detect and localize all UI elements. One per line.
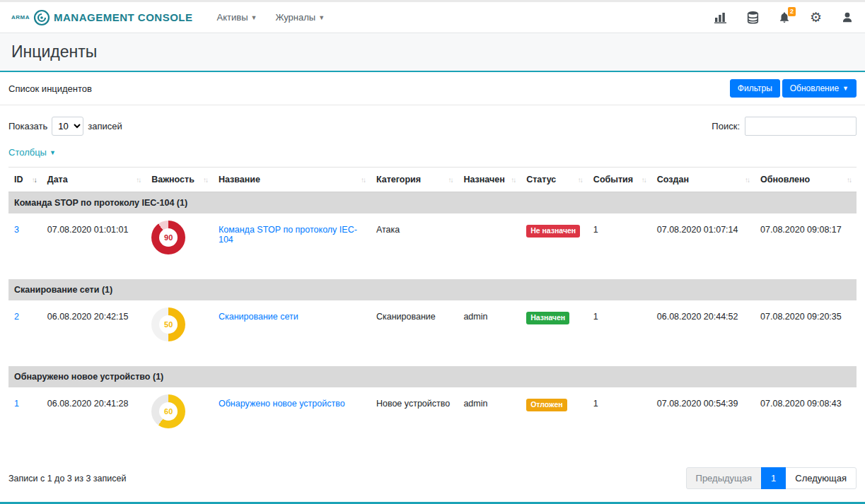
column-header-events[interactable]: События↑↓ (588, 168, 651, 192)
incident-row: 3 07.08.2020 01:01:01 90 Команда STOP по… (8, 213, 857, 279)
top-navbar: ARMA MANAGEMENT CONSOLE Активы ▼ Журналы… (0, 2, 865, 33)
incident-events-count: 1 (588, 300, 651, 366)
group-label: Команда STOP по протоколу IEC-104 (1) (8, 192, 857, 214)
menu-assets[interactable]: Активы ▼ (217, 12, 257, 23)
brand-title: MANAGEMENT CONSOLE (54, 11, 193, 23)
user-profile-icon[interactable] (841, 11, 854, 24)
column-header-category[interactable]: Категория↑↓ (371, 168, 458, 192)
column-header-severity[interactable]: Важность↑↓ (146, 168, 213, 192)
charts-icon[interactable] (714, 11, 728, 23)
settings-gear-icon[interactable]: ⚙ (810, 11, 822, 24)
menu-logs[interactable]: Журналы ▼ (275, 12, 325, 23)
filters-button[interactable]: Фильтры (730, 79, 780, 98)
incidents-table: ID↑↓ Дата↑↓ Важность↑↓ Название↑↓ Катего… (8, 167, 857, 453)
severity-donut: 60 (151, 394, 185, 428)
show-label: Показать (8, 121, 47, 131)
incident-id-link[interactable]: 1 (14, 399, 19, 409)
incident-assigned: admin (458, 387, 521, 453)
incident-name-link[interactable]: Обнаружено новое устройство (219, 399, 345, 409)
sort-icon: ↑↓ (361, 176, 365, 184)
sort-icon: ↑↓ (32, 176, 36, 184)
sort-icon: ↑↓ (847, 176, 851, 184)
incident-assigned: admin (458, 300, 521, 366)
incident-category: Новое устройство (371, 387, 458, 453)
incident-assigned (458, 213, 521, 279)
pagination: Предыдущая 1 Следующая (687, 467, 857, 489)
page-title: Инциденты (11, 42, 854, 61)
severity-value: 90 (164, 233, 173, 242)
sort-icon: ↑↓ (136, 176, 140, 184)
status-badge: Назначен (526, 312, 569, 324)
incident-created: 07.08.2020 00:54:39 (651, 387, 755, 453)
chevron-down-icon: ▼ (50, 149, 56, 156)
sort-icon: ↑↓ (511, 176, 515, 184)
column-header-updated[interactable]: Обновлено↑↓ (755, 168, 857, 192)
search-input[interactable] (745, 117, 857, 136)
column-header-date[interactable]: Дата↑↓ (42, 168, 146, 192)
pagination-page-1-button[interactable]: 1 (761, 467, 786, 489)
chevron-down-icon: ▼ (318, 14, 325, 21)
incident-category: Атака (371, 213, 458, 279)
incident-id-link[interactable]: 3 (14, 225, 19, 235)
page-header: Инциденты (0, 33, 865, 72)
incident-events-count: 1 (588, 213, 651, 279)
group-label: Обнаружено новое устройство (1) (8, 366, 857, 387)
incident-created: 06.08.2020 20:44:52 (651, 300, 755, 366)
incident-category: Сканирование (371, 300, 458, 366)
panel-header: Список инцидентов Фильтры Обновление ▼ (0, 72, 865, 105)
pagination-next-button[interactable]: Следующая (785, 467, 857, 489)
incident-updated: 07.08.2020 09:08:43 (755, 387, 857, 453)
column-header-id[interactable]: ID↑↓ (8, 168, 42, 192)
status-badge: Отложен (526, 399, 567, 411)
records-label: записей (88, 121, 122, 131)
incident-row: 1 06.08.2020 20:41:28 60 Обнаружено ново… (8, 387, 857, 453)
pagination-previous-button[interactable]: Предыдущая (686, 467, 762, 489)
brand-logo[interactable]: ARMA MANAGEMENT CONSOLE (11, 9, 193, 26)
column-header-created[interactable]: Создан↑↓ (651, 168, 755, 192)
incident-updated: 07.08.2020 09:08:17 (755, 213, 857, 279)
sort-icon: ↑↓ (578, 176, 582, 184)
group-header-row: Сканирование сети (1) (8, 279, 857, 300)
group-header-row: Команда STOP по протоколу IEC-104 (1) (8, 192, 857, 214)
column-header-assigned[interactable]: Назначен↑↓ (458, 168, 521, 192)
severity-value: 60 (164, 407, 173, 416)
main-menu: Активы ▼ Журналы ▼ (217, 12, 325, 23)
columns-row: Столбцы ▼ (0, 140, 865, 167)
incident-row: 2 06.08.2020 20:42:15 50 Сканирование се… (8, 300, 857, 366)
incident-updated: 07.08.2020 09:20:35 (755, 300, 857, 366)
incident-name-link[interactable]: Команда STOP по протоколу IEC-104 (219, 225, 357, 245)
panel-title: Список инцидентов (8, 83, 92, 94)
refresh-button-label: Обновление (790, 83, 839, 93)
sort-icon: ↑↓ (642, 176, 646, 184)
chevron-down-icon: ▼ (842, 85, 849, 92)
search-label: Поиск: (712, 121, 740, 131)
incident-date: 06.08.2020 20:42:15 (42, 300, 146, 366)
chevron-down-icon: ▼ (250, 14, 257, 21)
column-header-name[interactable]: Название↑↓ (213, 168, 371, 192)
records-info: Записи с 1 до 3 из 3 записей (8, 474, 126, 484)
table-controls: Показать 10 записей Поиск: (0, 105, 865, 140)
incident-date: 07.08.2020 01:01:01 (42, 213, 146, 279)
incident-events-count: 1 (588, 387, 651, 453)
incident-date: 06.08.2020 20:41:28 (42, 387, 146, 453)
refresh-dropdown-button[interactable]: Обновление ▼ (782, 79, 857, 98)
columns-dropdown[interactable]: Столбцы ▼ (8, 147, 56, 158)
sort-icon: ↑↓ (745, 176, 749, 184)
incident-name-link[interactable]: Сканирование сети (219, 312, 298, 322)
group-label: Сканирование сети (1) (8, 279, 857, 300)
table-header-row: ID↑↓ Дата↑↓ Важность↑↓ Название↑↓ Катего… (8, 168, 857, 192)
notification-count-badge: 2 (788, 7, 796, 16)
incident-created: 07.08.2020 01:07:14 (651, 213, 755, 279)
database-icon[interactable] (747, 11, 759, 24)
brand-prefix-label: ARMA (11, 14, 30, 20)
severity-donut: 50 (151, 307, 185, 341)
menu-logs-label: Журналы (275, 12, 315, 23)
page-size-select[interactable]: 10 (52, 117, 83, 136)
group-header-row: Обнаружено новое устройство (1) (8, 366, 857, 387)
column-header-status[interactable]: Статус↑↓ (521, 168, 588, 192)
table-footer: Записи с 1 до 3 из 3 записей Предыдущая … (0, 453, 865, 500)
severity-value: 50 (164, 320, 173, 329)
incident-id-link[interactable]: 2 (14, 312, 19, 322)
columns-dropdown-label: Столбцы (8, 147, 47, 158)
notifications-bell-icon[interactable]: 2 (778, 11, 791, 24)
